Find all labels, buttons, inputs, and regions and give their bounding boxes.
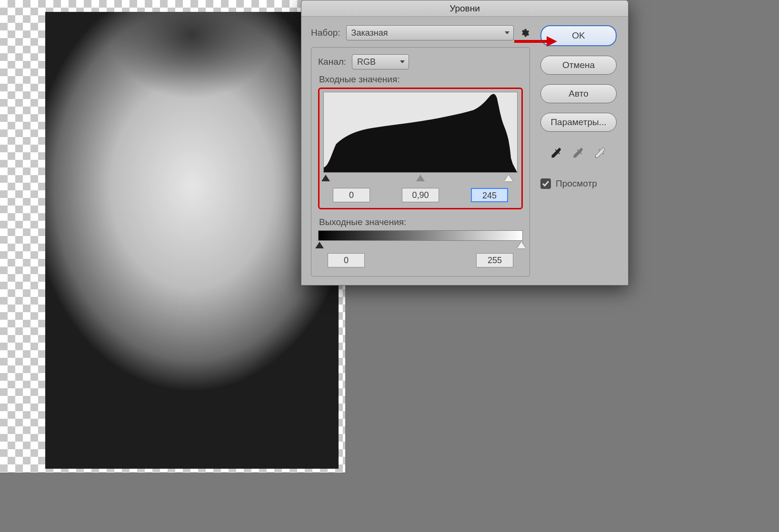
- output-levels-label: Выходные значения:: [319, 217, 523, 227]
- output-white-slider[interactable]: [517, 242, 526, 248]
- input-gamma-field[interactable]: 0,90: [402, 188, 439, 202]
- preset-select[interactable]: Заказная: [346, 25, 514, 40]
- input-white-slider[interactable]: [504, 175, 513, 181]
- output-black-slider[interactable]: [315, 242, 324, 248]
- dialog-left-column: Набор: Заказная Канал: RGB Входные значе…: [311, 25, 530, 276]
- white-point-eyedropper-icon[interactable]: [594, 147, 607, 160]
- preset-label: Набор:: [311, 28, 340, 38]
- channel-fieldset: Канал: RGB Входные значения:: [311, 47, 530, 276]
- cancel-button[interactable]: Отмена: [540, 56, 617, 75]
- preview-label: Просмотр: [556, 178, 597, 189]
- options-button[interactable]: Параметры...: [540, 113, 617, 132]
- input-black-slider[interactable]: [321, 175, 330, 181]
- preset-value: Заказная: [351, 28, 388, 38]
- levels-dialog: Уровни Набор: Заказная Канал: RGB: [301, 0, 629, 286]
- output-gradient: [318, 230, 523, 241]
- output-black-field[interactable]: 0: [328, 253, 365, 267]
- output-slider-track[interactable]: [318, 242, 523, 251]
- dialog-title: Уровни: [301, 0, 628, 17]
- eyedropper-group: [550, 147, 607, 160]
- ok-button[interactable]: OK: [540, 25, 617, 46]
- histogram: [323, 92, 518, 173]
- black-point-eyedropper-icon[interactable]: [550, 147, 563, 160]
- preset-menu-icon[interactable]: [519, 28, 530, 38]
- input-gamma-slider[interactable]: [416, 175, 425, 181]
- image-layer: [45, 12, 339, 469]
- input-levels-highlight: 0 0,90 245: [318, 88, 523, 209]
- channel-label: Канал:: [318, 57, 346, 67]
- channel-value: RGB: [357, 57, 376, 67]
- input-black-field[interactable]: 0: [333, 188, 370, 202]
- gray-point-eyedropper-icon[interactable]: [572, 147, 585, 160]
- output-white-field[interactable]: 255: [476, 253, 513, 267]
- input-white-field[interactable]: 245: [471, 188, 508, 202]
- canvas-checkerboard: [0, 0, 345, 473]
- dialog-right-column: OK Отмена Авто Параметры... Просмот: [539, 25, 619, 276]
- auto-button[interactable]: Авто: [540, 84, 617, 103]
- input-levels-label: Входные значения:: [319, 74, 523, 85]
- preview-checkbox[interactable]: [540, 178, 551, 189]
- input-slider-track[interactable]: [323, 175, 518, 184]
- channel-select[interactable]: RGB: [352, 54, 409, 69]
